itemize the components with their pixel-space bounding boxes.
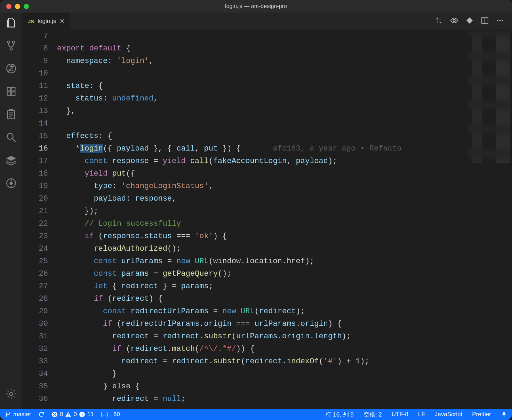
- tab-label: login.js: [38, 18, 56, 25]
- explorer-icon[interactable]: [5, 17, 17, 30]
- close-tab-icon[interactable]: ✕: [59, 17, 65, 25]
- svg-point-18: [497, 20, 498, 21]
- code-content[interactable]: export default { namespace: 'login', sta…: [57, 30, 512, 409]
- diamond-icon[interactable]: [465, 16, 474, 26]
- window-title: login.js — ant-design-pro: [0, 3, 512, 9]
- status-encoding[interactable]: UTF-8: [392, 411, 408, 418]
- editor[interactable]: 7891011121314151617181920212223242526272…: [22, 30, 512, 409]
- tab-bar: JS login.js ✕: [22, 13, 512, 30]
- svg-point-15: [453, 19, 455, 22]
- svg-rect-8: [11, 88, 15, 91]
- tab-login-js[interactable]: JS login.js ✕: [22, 13, 70, 30]
- more-actions-icon[interactable]: [496, 16, 504, 26]
- svg-rect-28: [82, 414, 82, 416]
- status-sync[interactable]: [38, 411, 45, 418]
- svg-point-21: [6, 412, 7, 413]
- svg-point-20: [502, 20, 503, 21]
- status-bar: master 0 0 11 {..}: 60 行 16, 列 9 空格: 2 U…: [0, 409, 512, 420]
- status-problems[interactable]: 0 0 11: [51, 411, 94, 418]
- todo-icon[interactable]: [5, 108, 17, 122]
- status-language[interactable]: JavaScript: [435, 411, 462, 418]
- activity-bar: [0, 13, 22, 409]
- svg-point-0: [8, 41, 10, 43]
- layers-icon[interactable]: [5, 154, 17, 168]
- line-number-gutter: 7891011121314151617181920212223242526272…: [22, 30, 57, 409]
- status-branch[interactable]: master: [5, 411, 31, 418]
- split-editor-icon[interactable]: [481, 16, 489, 26]
- svg-point-22: [9, 412, 10, 413]
- svg-point-19: [499, 20, 501, 21]
- svg-line-11: [13, 139, 16, 142]
- js-file-icon: JS: [28, 18, 34, 24]
- notifications-bell-icon[interactable]: [501, 411, 507, 418]
- svg-point-10: [7, 134, 13, 139]
- svg-point-23: [6, 416, 7, 417]
- minimap[interactable]: [468, 31, 510, 163]
- status-eol[interactable]: LF: [418, 411, 425, 418]
- settings-gear-icon[interactable]: [5, 388, 17, 401]
- editor-title-actions: [435, 16, 512, 26]
- preview-icon[interactable]: [450, 16, 458, 26]
- svg-point-1: [13, 41, 15, 43]
- svg-rect-5: [7, 88, 11, 91]
- compare-icon[interactable]: [435, 16, 443, 26]
- status-cursor[interactable]: 行 16, 列 9: [326, 411, 354, 419]
- gitlens-icon[interactable]: [5, 177, 17, 191]
- status-formatter[interactable]: Prettier: [472, 411, 491, 418]
- svg-point-13: [10, 182, 12, 184]
- search-icon[interactable]: [5, 131, 17, 145]
- debug-disabled-icon[interactable]: [5, 63, 17, 76]
- git-blame-annotation: afc163, a year ago • Refacto: [273, 144, 402, 153]
- svg-point-2: [10, 48, 13, 50]
- svg-rect-29: [82, 413, 82, 414]
- svg-rect-7: [11, 92, 15, 95]
- status-indent[interactable]: 空格: 2: [363, 411, 382, 419]
- svg-rect-25: [68, 413, 69, 415]
- source-control-icon[interactable]: [5, 40, 17, 53]
- status-bracket[interactable]: {..}: 60: [101, 411, 120, 418]
- extensions-icon[interactable]: [5, 86, 17, 99]
- svg-rect-6: [7, 92, 11, 95]
- svg-rect-26: [68, 415, 69, 416]
- titlebar: login.js — ant-design-pro: [0, 0, 512, 13]
- svg-point-14: [9, 392, 13, 395]
